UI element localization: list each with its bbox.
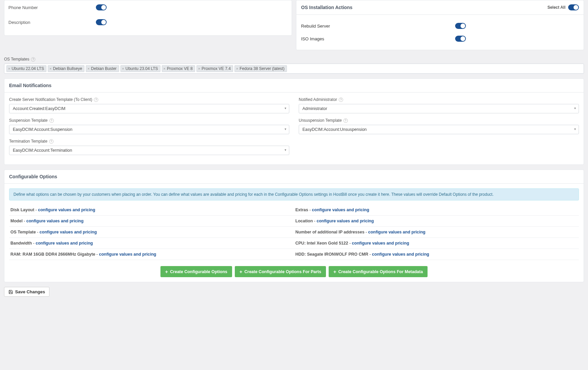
remove-tag-icon[interactable]: ×	[122, 67, 124, 71]
configure-link[interactable]: configure values and pricing	[372, 252, 429, 257]
opt-label: HDD: Seagate IRONWOLF PRO CMR	[295, 252, 368, 257]
configure-link[interactable]: configure values and pricing	[40, 230, 97, 234]
os-action-label: ISO Images	[301, 36, 324, 41]
plus-icon: +	[333, 269, 336, 274]
create-config-parts-button[interactable]: +Create Configurable Options For Parts	[235, 266, 326, 277]
suspension-label: Suspension Template	[9, 118, 48, 123]
help-icon[interactable]: ?	[339, 98, 343, 102]
config-title: Configurable Options	[9, 174, 57, 179]
configure-link[interactable]: configure values and pricing	[38, 208, 95, 212]
help-icon[interactable]: ?	[31, 57, 35, 62]
toggle-1[interactable]	[96, 19, 107, 25]
configure-link[interactable]: configure values and pricing	[368, 230, 426, 234]
save-button[interactable]: Save Changes	[4, 287, 49, 297]
notified-admin-label: Notified Administrator	[299, 97, 337, 102]
remove-tag-icon[interactable]: ×	[49, 67, 51, 71]
opt-label: CPU: Intel Xeon Gold 5122	[295, 241, 348, 246]
toggle-label: Phone Number	[8, 5, 96, 10]
termination-select[interactable]: EasyDCIM:Account:Termination	[9, 146, 289, 155]
tag-label: Debian Buster	[91, 66, 117, 71]
create-tpl-label: Create Server Notification Template (To …	[9, 97, 92, 102]
os-template-tag[interactable]: ×Debian Bullseye	[48, 65, 84, 72]
suspension-select[interactable]: EasyDCIM:Account:Suspension	[9, 125, 289, 134]
os-template-tag[interactable]: ×Ubuntu 22.04 LTS	[6, 65, 46, 72]
tag-label: Debian Bullseye	[53, 66, 82, 71]
email-title: Email Notifications	[9, 83, 51, 88]
configure-link[interactable]: configure values and pricing	[99, 252, 156, 257]
configure-link[interactable]: configure values and pricing	[312, 208, 369, 212]
config-info: Define what options can be chosen by you…	[9, 188, 579, 200]
remove-tag-icon[interactable]: ×	[236, 67, 238, 71]
opt-label: Extras	[295, 208, 308, 212]
help-icon[interactable]: ?	[343, 118, 348, 123]
opt-label: Bandwidth	[10, 241, 32, 246]
os-action-toggle-0[interactable]	[455, 23, 466, 29]
configure-link[interactable]: configure values and pricing	[317, 219, 374, 223]
tag-label: Ubuntu 23.04 LTS	[125, 66, 158, 71]
termination-label: Termination Template	[9, 139, 47, 144]
toggle-0[interactable]	[96, 4, 107, 10]
remove-tag-icon[interactable]: ×	[8, 67, 10, 71]
plus-icon: +	[240, 269, 243, 274]
configure-link[interactable]: configure values and pricing	[352, 241, 409, 246]
create-config-button[interactable]: +Create Configurable Options	[160, 266, 232, 277]
opt-label: Model	[10, 219, 23, 223]
tag-label: Fedora 38 Server (latest)	[240, 66, 284, 71]
create-tpl-select[interactable]: Account:Created:EasyDCIM	[9, 104, 289, 113]
os-action-toggle-1[interactable]	[455, 36, 466, 42]
save-icon	[8, 290, 13, 294]
opt-label: OS Template	[10, 230, 36, 234]
opt-label: Disk Layout	[10, 208, 34, 212]
os-template-tag[interactable]: ×Debian Buster	[86, 65, 119, 72]
tag-label: Ubuntu 22.04 LTS	[11, 66, 44, 71]
help-icon[interactable]: ?	[49, 139, 53, 144]
os-template-tag[interactable]: ×Fedora 38 Server (latest)	[234, 65, 287, 72]
select-all-toggle[interactable]	[568, 4, 579, 10]
os-template-tag[interactable]: ×Proxmox VE 7.4	[196, 65, 233, 72]
tag-label: Proxmox VE 7.4	[201, 66, 231, 71]
opt-label: Location	[295, 219, 313, 223]
plus-icon: +	[165, 269, 168, 274]
os-template-tag[interactable]: ×Ubuntu 23.04 LTS	[120, 65, 160, 72]
opt-label: RAM: RAM 16GB DDR4 2666MHz Gigabyte	[10, 252, 95, 257]
tag-label: Proxmox VE 8	[167, 66, 193, 71]
unsuspension-label: Unsuspension Template	[299, 118, 342, 123]
opt-label: Number of additional IP addresses	[295, 230, 364, 234]
help-icon[interactable]: ?	[94, 98, 98, 102]
help-icon[interactable]: ?	[49, 118, 54, 123]
os-actions-title: OS Installation Actions	[301, 5, 353, 10]
remove-tag-icon[interactable]: ×	[198, 67, 200, 71]
configure-link[interactable]: configure values and pricing	[26, 219, 83, 223]
os-template-tag[interactable]: ×Proxmox VE 8	[162, 65, 195, 72]
select-all-label: Select All	[547, 5, 565, 10]
create-config-meta-button[interactable]: +Create Configurable Options For Metadat…	[329, 266, 428, 277]
unsuspension-select[interactable]: EasyDCIM:Account:Unsuspension	[299, 125, 579, 134]
os-action-label: Rebuild Server	[301, 24, 330, 29]
toggle-label: Description	[8, 20, 96, 25]
notified-admin-select[interactable]: Administrator	[299, 104, 579, 113]
os-templates-input[interactable]: ×Ubuntu 22.04 LTS×Debian Bullseye×Debian…	[4, 64, 584, 74]
remove-tag-icon[interactable]: ×	[87, 67, 89, 71]
configure-link[interactable]: configure values and pricing	[36, 241, 93, 246]
remove-tag-icon[interactable]: ×	[163, 67, 166, 71]
os-templates-label: OS Templates	[4, 57, 29, 62]
